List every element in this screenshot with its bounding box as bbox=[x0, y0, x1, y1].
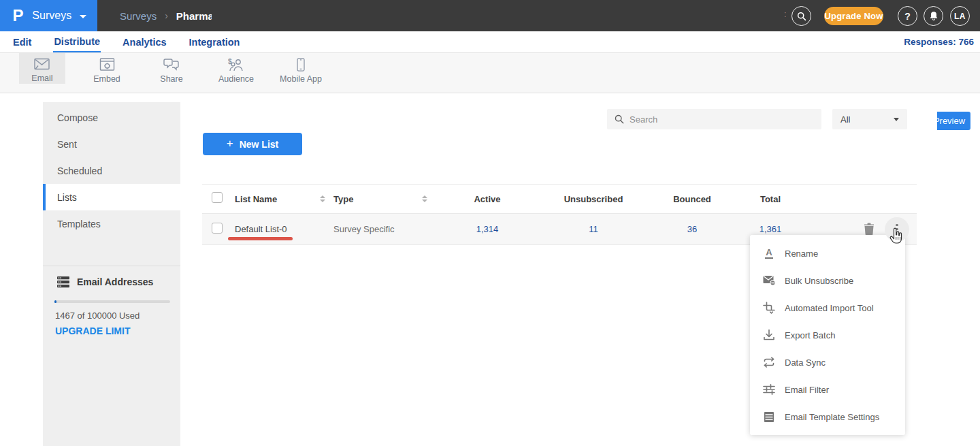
bulk-unsubscribe-icon bbox=[762, 274, 776, 287]
tab-edit[interactable]: Edit bbox=[12, 31, 32, 52]
search-icon bbox=[615, 114, 624, 124]
menu-item-automated-import[interactable]: Automated Import Tool bbox=[750, 294, 905, 321]
row-checkbox[interactable] bbox=[212, 223, 223, 234]
email-filter-icon bbox=[762, 383, 776, 396]
email-usage-text: 1467 of 100000 Used bbox=[55, 310, 140, 321]
trash-icon bbox=[864, 223, 875, 236]
total-count-link[interactable]: 1,361 bbox=[736, 224, 804, 234]
sidebar-divider bbox=[43, 266, 180, 266]
column-header-type: Type bbox=[333, 194, 436, 204]
list-filter-value: All bbox=[840, 114, 850, 125]
sidebar-item-sent[interactable]: Sent bbox=[43, 131, 180, 157]
select-all-checkbox[interactable] bbox=[212, 192, 223, 203]
email-addresses-header: Email Addresses bbox=[57, 276, 153, 288]
bell-icon bbox=[929, 11, 938, 21]
mobile-app-icon bbox=[296, 58, 306, 71]
avatar[interactable]: LA bbox=[950, 6, 970, 26]
column-header-list-name: List Name bbox=[235, 194, 333, 204]
chevron-down-icon bbox=[894, 118, 899, 121]
email-addresses-title: Email Addresses bbox=[77, 276, 153, 287]
table-header-row: List Name Type Active Unsubscribed Bounc… bbox=[202, 184, 917, 214]
distribute-toolbar: Email Embed Share $ Audience bbox=[0, 53, 980, 93]
email-sidebar: Compose Sent Scheduled Lists Templates E… bbox=[43, 102, 180, 446]
column-header-total: Total bbox=[736, 194, 804, 204]
notifications-button[interactable] bbox=[924, 6, 943, 26]
channel-email[interactable]: Email bbox=[19, 53, 65, 84]
audience-icon: $ bbox=[227, 58, 245, 71]
breadcrumb: Surveys › Pharma bbox=[120, 0, 212, 31]
responses-count[interactable]: Responses: 766 bbox=[904, 31, 974, 52]
red-annotation-underline bbox=[228, 237, 293, 240]
unsubscribed-count-link[interactable]: 11 bbox=[539, 224, 648, 234]
breadcrumb-current: Pharma bbox=[176, 10, 212, 22]
data-sync-icon bbox=[762, 355, 776, 369]
email-icon bbox=[34, 58, 50, 71]
list-name-link[interactable]: Default List-0 bbox=[235, 224, 333, 234]
sort-list-name-button[interactable] bbox=[320, 195, 325, 202]
search-icon bbox=[797, 12, 806, 21]
tab-analytics[interactable]: Analytics bbox=[122, 31, 167, 52]
email-template-settings-icon bbox=[762, 410, 776, 424]
menu-item-bulk-unsubscribe[interactable]: Bulk Unsubscribe bbox=[750, 267, 905, 294]
channel-mobile-app[interactable]: Mobile App bbox=[277, 53, 325, 84]
breadcrumb-surveys-link[interactable]: Surveys bbox=[120, 10, 157, 22]
new-list-button[interactable]: + New List bbox=[203, 133, 302, 155]
channel-share[interactable]: Share bbox=[148, 53, 195, 84]
share-icon bbox=[163, 58, 180, 71]
question-mark-icon: ? bbox=[904, 11, 911, 22]
column-header-active: Active bbox=[436, 194, 539, 204]
chevron-down-icon bbox=[80, 15, 86, 18]
tab-distribute[interactable]: Distribute bbox=[53, 31, 101, 52]
email-usage-progress-fill bbox=[54, 300, 56, 303]
column-header-bounced: Bounced bbox=[648, 194, 736, 204]
delete-list-button[interactable] bbox=[863, 223, 875, 236]
tab-integration[interactable]: Integration bbox=[189, 31, 241, 52]
list-actions-menu: A Rename Bulk Unsubscribe Automated Impo… bbox=[750, 235, 905, 435]
embed-icon bbox=[99, 58, 115, 71]
top-bar: P Surveys Surveys › Pharma : Upgrade Now… bbox=[0, 0, 980, 31]
upgrade-now-button[interactable]: Upgrade Now bbox=[824, 7, 883, 25]
questionpro-logo-icon: P bbox=[13, 7, 24, 25]
automated-import-icon bbox=[762, 301, 776, 315]
search-button[interactable] bbox=[791, 6, 811, 26]
sidebar-item-lists[interactable]: Lists bbox=[43, 184, 180, 210]
menu-item-rename[interactable]: A Rename bbox=[750, 240, 905, 267]
export-batch-icon bbox=[762, 328, 776, 342]
sidebar-item-scheduled[interactable]: Scheduled bbox=[43, 157, 180, 184]
list-type: Survey Specific bbox=[333, 224, 436, 234]
email-usage-progressbar bbox=[54, 300, 170, 303]
channel-audience[interactable]: $ Audience bbox=[212, 53, 260, 84]
product-switcher-label: Surveys bbox=[32, 10, 71, 22]
menu-item-export-batch[interactable]: Export Batch bbox=[750, 321, 905, 349]
breadcrumb-separator-icon: › bbox=[165, 10, 168, 21]
address-list-icon bbox=[57, 276, 69, 288]
upgrade-limit-link[interactable]: UPGRADE LIMIT bbox=[55, 325, 130, 336]
column-header-unsubscribed: Unsubscribed bbox=[539, 194, 648, 204]
rename-icon: A bbox=[762, 246, 776, 260]
survey-tab-bar: Edit Distribute Analytics Integration Re… bbox=[0, 31, 980, 53]
active-count-link[interactable]: 1,314 bbox=[436, 224, 539, 234]
channel-embed[interactable]: Embed bbox=[83, 53, 131, 84]
sidebar-item-compose[interactable]: Compose bbox=[43, 104, 180, 131]
menu-item-data-sync[interactable]: Data Sync bbox=[750, 349, 905, 376]
bounced-count-link[interactable]: 36 bbox=[648, 224, 736, 234]
plus-icon: + bbox=[227, 137, 233, 150]
sidebar-item-templates[interactable]: Templates bbox=[43, 210, 180, 237]
menu-item-email-filter[interactable]: Email Filter bbox=[750, 376, 905, 403]
list-search-box bbox=[607, 109, 821, 129]
menu-item-email-template-settings[interactable]: Email Template Settings bbox=[750, 403, 905, 430]
sidebar-nav: Compose Sent Scheduled Lists Templates bbox=[43, 102, 180, 237]
list-filter-dropdown[interactable]: All bbox=[832, 109, 907, 129]
row-menu-button[interactable] bbox=[885, 217, 909, 242]
list-search-input[interactable] bbox=[630, 114, 806, 125]
clipped-text-artifact: : bbox=[784, 9, 787, 19]
help-button[interactable]: ? bbox=[898, 6, 917, 26]
product-switcher[interactable]: P Surveys bbox=[0, 0, 97, 31]
kebab-menu-icon bbox=[896, 224, 898, 227]
sort-type-button[interactable] bbox=[422, 195, 427, 202]
